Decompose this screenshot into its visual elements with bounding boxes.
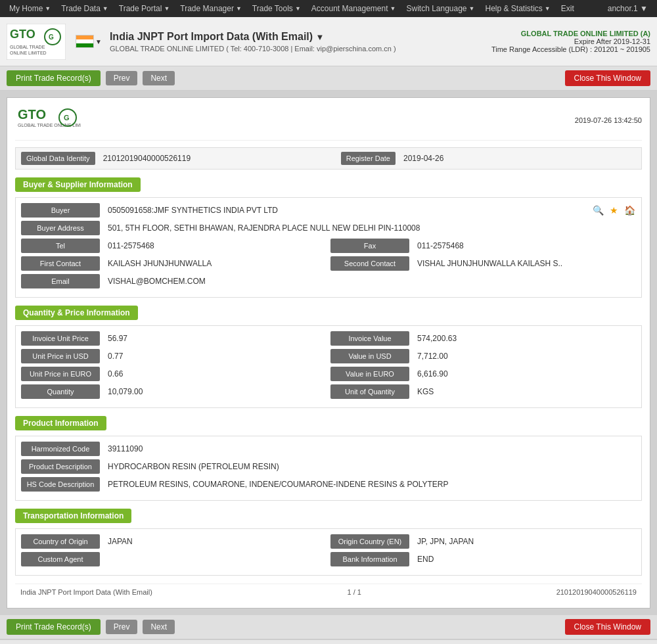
invoice-value-value: 574,200.63: [413, 331, 636, 346]
account-company-name: GLOBAL TRADE ONLINE LIMITED (A): [491, 30, 650, 37]
unit-of-quantity-value: KGS: [413, 384, 636, 399]
usd-row: Unit Price in USD 0.77 Value in USD 7,71…: [21, 349, 636, 363]
hs-code-description-value: PETROLEUM RESINS, COUMARONE, INDENE/COUM…: [104, 477, 636, 492]
buyer-value: 0505091658:JMF SYNTHETICS INDIA PVT LTD: [104, 203, 585, 218]
nav-arrow: ▼: [295, 5, 301, 12]
bank-information-label: Bank Information: [330, 552, 409, 566]
product-description-label: Product Description: [21, 459, 100, 474]
origin-country-en-label: Origin Country (EN): [330, 534, 409, 549]
fax-cell: Fax 011-2575468: [330, 239, 636, 253]
invoice-unit-price-cell: Invoice Unit Price 56.97: [21, 331, 327, 346]
bottom-action-bar: Print Trade Record(s) Prev Next Close Th…: [0, 615, 657, 639]
next-button-top[interactable]: Next: [143, 71, 175, 85]
buyer-address-value: 501, 5TH FLOOR, SETHI BHAWAN, RAJENDRA P…: [104, 221, 636, 235]
footer-right: 21012019040000526119: [556, 588, 637, 596]
email-label: Email: [21, 274, 100, 288]
euro-row: Unit Price in EURO 0.66 Value in EURO 6,…: [21, 367, 636, 381]
custom-bank-row: Custom Agent Bank Information END: [21, 552, 636, 566]
unit-of-quantity-label: Unit of Quantity: [330, 384, 409, 399]
search-icon[interactable]: 🔍: [591, 204, 604, 217]
quantity-value: 10,079.00: [104, 384, 327, 399]
star-icon[interactable]: ★: [607, 204, 620, 217]
buyer-address-label: Buyer Address: [21, 221, 100, 235]
india-flag: [76, 35, 94, 48]
quantity-price-section: Quantity & Price Information Invoice Uni…: [15, 306, 642, 408]
hs-code-description-label: HS Code Description: [21, 477, 100, 492]
company-logo: GTO GLOBAL TRADE ONLINE LIMITED G: [7, 24, 66, 60]
tel-fax-row: Tel 011-2575468 Fax 011-2575468: [21, 239, 636, 253]
ldr-range: Time Range Accessible (LDR) : 201201 ~ 2…: [491, 45, 650, 53]
nav-switch-language[interactable]: Switch Language ▼: [401, 0, 480, 17]
svg-text:GTO: GTO: [10, 28, 35, 41]
quantity-price-box: Invoice Unit Price 56.97 Invoice Value 5…: [15, 325, 642, 408]
unit-price-euro-cell: Unit Price in EURO 0.66: [21, 367, 327, 381]
top-navigation: My Home ▼ Trade Data ▼ Trade Portal ▼ Tr…: [0, 0, 657, 17]
flag-area: ▼: [76, 35, 102, 48]
unit-price-euro-label: Unit Price in EURO: [21, 367, 100, 381]
record-footer: India JNPT Port Import Data (With Email)…: [15, 584, 642, 600]
nav-anchor[interactable]: anchor.1 ▼: [602, 0, 653, 17]
tel-label: Tel: [21, 239, 100, 253]
nav-help-statistics[interactable]: Help & Statistics ▼: [480, 0, 555, 17]
nav-account-management[interactable]: Account Management ▼: [306, 0, 401, 17]
flag-dropdown[interactable]: ▼: [95, 38, 102, 45]
first-contact-cell: First Contact KAILASH JHUNJHUNWALLA: [21, 256, 327, 271]
account-info: GLOBAL TRADE ONLINE LIMITED (A) Expire A…: [491, 30, 650, 53]
print-button-bottom[interactable]: Print Trade Record(s): [7, 619, 101, 635]
quantity-price-title: Quantity & Price Information: [15, 306, 138, 320]
fax-label: Fax: [330, 239, 409, 253]
transportation-section: Transportation Information Country of Or…: [15, 509, 642, 576]
product-description-row: Product Description HYDROCARBON RESIN (P…: [21, 459, 636, 474]
bank-information-value: END: [413, 552, 636, 566]
unit-price-usd-value: 0.77: [104, 349, 327, 363]
country-of-origin-cell: Country of Origin JAPAN: [21, 534, 327, 549]
origin-country-en-value: JP, JPN, JAPAN: [413, 534, 636, 549]
buyer-label: Buyer: [21, 203, 100, 218]
invoice-value-cell: Invoice Value 574,200.63: [330, 331, 636, 346]
record-header: GTO GLOBAL TRADE ONLINE LIMITED G 2019-0…: [15, 106, 642, 141]
title-arrow[interactable]: ▼: [316, 32, 325, 42]
unit-of-quantity-cell: Unit of Quantity KGS: [330, 384, 636, 399]
fax-value: 011-2575468: [413, 239, 636, 253]
header-bar: GTO GLOBAL TRADE ONLINE LIMITED G ▼ Indi…: [0, 17, 657, 66]
transportation-box: Country of Origin JAPAN Origin Country (…: [15, 528, 642, 576]
nav-trade-manager[interactable]: Trade Manager ▼: [175, 0, 247, 17]
first-contact-value: KAILASH JHUNJHUNWALLA: [104, 256, 327, 271]
svg-text:ONLINE LIMITED: ONLINE LIMITED: [10, 51, 47, 55]
nav-my-home[interactable]: My Home ▼: [4, 0, 56, 17]
country-of-origin-label: Country of Origin: [21, 534, 100, 549]
nav-exit[interactable]: Exit: [556, 0, 579, 17]
record-card: GTO GLOBAL TRADE ONLINE LIMITED G 2019-0…: [7, 97, 650, 609]
nav-arrow: ▼: [236, 5, 242, 12]
page-footer: Company Website | Global Customs Data | …: [0, 639, 657, 644]
buyer-supplier-section: Buyer & Supplier Information Buyer 05050…: [15, 177, 642, 298]
home-icon[interactable]: 🏠: [623, 204, 636, 217]
prev-button-bottom[interactable]: Prev: [106, 620, 138, 634]
close-button-top[interactable]: Close This Window: [565, 70, 650, 86]
value-euro-label: Value in EURO: [330, 367, 409, 381]
custom-agent-value: [104, 557, 327, 562]
title-area: India JNPT Port Import Data (With Email)…: [110, 31, 491, 53]
register-date-label: Register Date: [341, 152, 396, 165]
svg-text:G: G: [64, 114, 70, 122]
footer-center: 1 / 1: [348, 588, 361, 596]
hs-code-description-row: HS Code Description PETROLEUM RESINS, CO…: [21, 477, 636, 492]
company-subtitle: GLOBAL TRADE ONLINE LIMITED ( Tel: 400-7…: [110, 45, 491, 53]
next-button-bottom[interactable]: Next: [143, 620, 175, 634]
quantity-row: Quantity 10,079.00 Unit of Quantity KGS: [21, 384, 636, 399]
close-button-bottom[interactable]: Close This Window: [565, 619, 650, 635]
svg-text:G: G: [49, 34, 54, 41]
nav-trade-data[interactable]: Trade Data ▼: [56, 0, 114, 17]
nav-trade-portal[interactable]: Trade Portal ▼: [114, 0, 175, 17]
register-date-value: 2019-04-26: [401, 152, 636, 164]
record-logo: GTO GLOBAL TRADE ONLINE LIMITED G: [15, 106, 81, 135]
page-title: India JNPT Port Import Data (With Email)…: [110, 31, 491, 43]
custom-agent-label: Custom Agent: [21, 552, 100, 566]
print-button-top[interactable]: Print Trade Record(s): [7, 70, 101, 86]
record-timestamp: 2019-07-26 13:42:50: [575, 116, 642, 124]
nav-trade-tools[interactable]: Trade Tools ▼: [247, 0, 306, 17]
svg-text:GTO: GTO: [18, 107, 46, 122]
identity-label: Global Data Identity: [21, 152, 95, 165]
nav-arrow: ▼: [45, 5, 51, 12]
prev-button-top[interactable]: Prev: [106, 71, 138, 85]
